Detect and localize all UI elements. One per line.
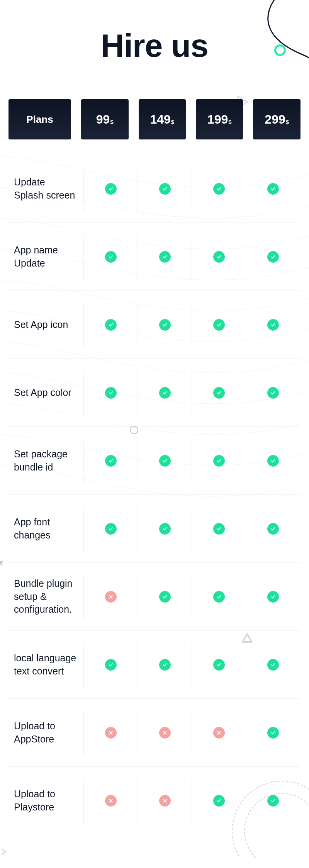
check-icon bbox=[105, 387, 117, 399]
check-icon bbox=[213, 659, 225, 671]
check-icon bbox=[105, 251, 117, 263]
feature-row: Upload to AppStore bbox=[8, 699, 301, 767]
feature-mark-cell bbox=[192, 438, 246, 484]
feature-label: Update Splash screen bbox=[8, 176, 83, 202]
price-value: 99 bbox=[96, 112, 110, 127]
feature-mark-cell bbox=[192, 642, 246, 688]
feature-mark-cell bbox=[192, 506, 246, 552]
price-header-cell: 149$ bbox=[139, 99, 186, 139]
feature-mark-cell bbox=[83, 370, 138, 416]
check-icon bbox=[105, 183, 117, 195]
check-icon bbox=[213, 251, 225, 263]
check-icon bbox=[213, 591, 225, 603]
feature-row: Set App icon bbox=[8, 291, 301, 359]
check-icon bbox=[267, 727, 279, 739]
check-icon bbox=[267, 455, 279, 467]
cross-icon bbox=[159, 727, 171, 739]
cross-icon bbox=[105, 591, 117, 603]
price-header-cell: 99$ bbox=[81, 99, 128, 139]
feature-mark-cell bbox=[138, 370, 192, 416]
feature-label: Upload to AppStore bbox=[8, 720, 83, 746]
feature-mark-cell bbox=[138, 506, 192, 552]
check-icon bbox=[267, 183, 279, 195]
check-icon bbox=[213, 455, 225, 467]
price-header-cell: 299$ bbox=[253, 99, 300, 139]
check-icon bbox=[213, 387, 225, 399]
feature-mark-cell bbox=[83, 234, 138, 280]
cross-icon bbox=[105, 727, 117, 739]
cross-icon bbox=[213, 727, 225, 739]
feature-mark-cell bbox=[246, 778, 300, 824]
page-title: Hire us bbox=[0, 0, 309, 99]
feature-mark-cell bbox=[138, 234, 192, 280]
feature-mark-cell bbox=[83, 438, 138, 484]
pricing-table: Plans 99$ 149$ 199$ 299$ Update Splash s… bbox=[0, 99, 309, 858]
currency-symbol: $ bbox=[171, 119, 174, 125]
feature-mark-cell bbox=[192, 778, 246, 824]
feature-label: App name Update bbox=[8, 244, 83, 270]
feature-mark-cell bbox=[246, 642, 300, 688]
feature-row: Bundle plugin setup & configuration. bbox=[8, 563, 301, 631]
feature-mark-cell bbox=[192, 370, 246, 416]
feature-mark-cell bbox=[138, 302, 192, 348]
check-icon bbox=[159, 591, 171, 603]
feature-mark-cell bbox=[83, 166, 138, 212]
feature-mark-cell bbox=[83, 506, 138, 552]
feature-mark-cell bbox=[138, 166, 192, 212]
check-icon bbox=[213, 319, 225, 331]
feature-mark-cell bbox=[246, 234, 300, 280]
check-icon bbox=[159, 183, 171, 195]
feature-mark-cell bbox=[246, 710, 300, 756]
feature-mark-cell bbox=[192, 302, 246, 348]
feature-mark-cell bbox=[138, 642, 192, 688]
check-icon bbox=[159, 251, 171, 263]
price-value: 299 bbox=[265, 112, 285, 127]
check-icon bbox=[105, 455, 117, 467]
check-icon bbox=[267, 319, 279, 331]
check-icon bbox=[267, 795, 279, 807]
check-icon bbox=[159, 319, 171, 331]
feature-row: App name Update bbox=[8, 223, 301, 291]
feature-mark-cell bbox=[246, 438, 300, 484]
check-icon bbox=[267, 591, 279, 603]
check-icon bbox=[105, 319, 117, 331]
feature-row: Set package bundle id bbox=[8, 427, 301, 495]
price-value: 149 bbox=[150, 112, 170, 127]
feature-mark-cell bbox=[138, 778, 192, 824]
feature-label: local language text convert bbox=[8, 652, 83, 678]
check-icon bbox=[213, 795, 225, 807]
feature-label: Set package bundle id bbox=[8, 448, 83, 474]
feature-mark-cell bbox=[192, 166, 246, 212]
feature-label: App font changes bbox=[8, 516, 83, 542]
feature-mark-cell bbox=[83, 574, 138, 620]
check-icon bbox=[267, 659, 279, 671]
feature-label: Set App icon bbox=[8, 318, 83, 331]
feature-mark-cell bbox=[138, 438, 192, 484]
pricing-body-rows: Update Splash screenApp name UpdateSet A… bbox=[8, 155, 301, 835]
currency-symbol: $ bbox=[110, 119, 113, 125]
check-icon bbox=[105, 659, 117, 671]
price-header-cell: 199$ bbox=[196, 99, 243, 139]
check-icon bbox=[159, 523, 171, 535]
check-icon bbox=[159, 455, 171, 467]
feature-label: Upload to Playstore bbox=[8, 788, 83, 814]
feature-row: Upload to Playstore bbox=[8, 767, 301, 835]
feature-row: App font changes bbox=[8, 495, 301, 563]
feature-mark-cell bbox=[246, 574, 300, 620]
feature-label: Bundle plugin setup & configuration. bbox=[8, 577, 83, 616]
check-icon bbox=[267, 387, 279, 399]
currency-symbol: $ bbox=[286, 119, 289, 125]
check-icon bbox=[159, 387, 171, 399]
feature-row: Set App color bbox=[8, 359, 301, 427]
feature-mark-cell bbox=[138, 710, 192, 756]
feature-mark-cell bbox=[246, 506, 300, 552]
price-value: 199 bbox=[207, 112, 228, 127]
plans-header-cell: Plans bbox=[8, 99, 71, 139]
feature-mark-cell bbox=[83, 302, 138, 348]
feature-mark-cell bbox=[192, 234, 246, 280]
feature-mark-cell bbox=[246, 302, 300, 348]
check-icon bbox=[105, 523, 117, 535]
check-icon bbox=[213, 523, 225, 535]
feature-mark-cell bbox=[83, 710, 138, 756]
pricing-header-row: Plans 99$ 149$ 199$ 299$ bbox=[8, 99, 301, 139]
